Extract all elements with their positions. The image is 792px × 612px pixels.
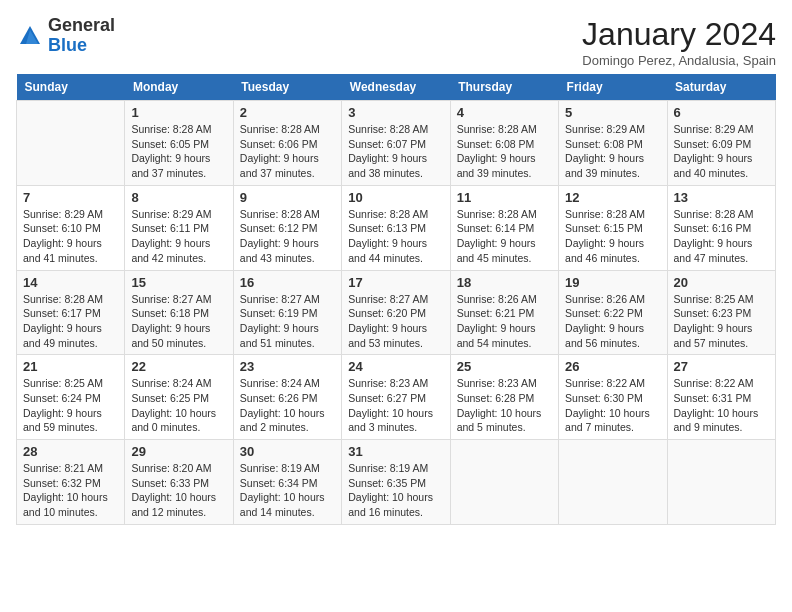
day-number: 27 bbox=[674, 359, 769, 374]
day-info: Sunrise: 8:19 AM Sunset: 6:34 PM Dayligh… bbox=[240, 461, 335, 520]
day-number: 14 bbox=[23, 275, 118, 290]
calendar-day-11: 11Sunrise: 8:28 AM Sunset: 6:14 PM Dayli… bbox=[450, 185, 558, 270]
day-info: Sunrise: 8:29 AM Sunset: 6:11 PM Dayligh… bbox=[131, 207, 226, 266]
day-number: 28 bbox=[23, 444, 118, 459]
day-number: 22 bbox=[131, 359, 226, 374]
header-sunday: Sunday bbox=[17, 74, 125, 101]
calendar-day-6: 6Sunrise: 8:29 AM Sunset: 6:09 PM Daylig… bbox=[667, 101, 775, 186]
calendar-day-16: 16Sunrise: 8:27 AM Sunset: 6:19 PM Dayli… bbox=[233, 270, 341, 355]
calendar-day-29: 29Sunrise: 8:20 AM Sunset: 6:33 PM Dayli… bbox=[125, 440, 233, 525]
calendar-day-26: 26Sunrise: 8:22 AM Sunset: 6:30 PM Dayli… bbox=[559, 355, 667, 440]
header-friday: Friday bbox=[559, 74, 667, 101]
calendar-table: SundayMondayTuesdayWednesdayThursdayFrid… bbox=[16, 74, 776, 525]
calendar-week-row: 28Sunrise: 8:21 AM Sunset: 6:32 PM Dayli… bbox=[17, 440, 776, 525]
day-info: Sunrise: 8:21 AM Sunset: 6:32 PM Dayligh… bbox=[23, 461, 118, 520]
day-number: 19 bbox=[565, 275, 660, 290]
page-header: General Blue January 2024 Domingo Perez,… bbox=[16, 16, 776, 68]
day-number: 5 bbox=[565, 105, 660, 120]
day-info: Sunrise: 8:27 AM Sunset: 6:20 PM Dayligh… bbox=[348, 292, 443, 351]
calendar-day-27: 27Sunrise: 8:22 AM Sunset: 6:31 PM Dayli… bbox=[667, 355, 775, 440]
calendar-day-25: 25Sunrise: 8:23 AM Sunset: 6:28 PM Dayli… bbox=[450, 355, 558, 440]
day-info: Sunrise: 8:28 AM Sunset: 6:12 PM Dayligh… bbox=[240, 207, 335, 266]
calendar-empty bbox=[667, 440, 775, 525]
day-info: Sunrise: 8:25 AM Sunset: 6:24 PM Dayligh… bbox=[23, 376, 118, 435]
day-number: 7 bbox=[23, 190, 118, 205]
day-number: 25 bbox=[457, 359, 552, 374]
day-number: 4 bbox=[457, 105, 552, 120]
day-info: Sunrise: 8:29 AM Sunset: 6:09 PM Dayligh… bbox=[674, 122, 769, 181]
day-info: Sunrise: 8:23 AM Sunset: 6:28 PM Dayligh… bbox=[457, 376, 552, 435]
calendar-week-row: 14Sunrise: 8:28 AM Sunset: 6:17 PM Dayli… bbox=[17, 270, 776, 355]
day-number: 18 bbox=[457, 275, 552, 290]
logo-blue: Blue bbox=[48, 36, 115, 56]
day-number: 16 bbox=[240, 275, 335, 290]
day-number: 17 bbox=[348, 275, 443, 290]
logo-icon bbox=[16, 22, 44, 50]
calendar-week-row: 21Sunrise: 8:25 AM Sunset: 6:24 PM Dayli… bbox=[17, 355, 776, 440]
day-number: 23 bbox=[240, 359, 335, 374]
day-info: Sunrise: 8:22 AM Sunset: 6:31 PM Dayligh… bbox=[674, 376, 769, 435]
day-info: Sunrise: 8:29 AM Sunset: 6:08 PM Dayligh… bbox=[565, 122, 660, 181]
calendar-day-21: 21Sunrise: 8:25 AM Sunset: 6:24 PM Dayli… bbox=[17, 355, 125, 440]
calendar-day-20: 20Sunrise: 8:25 AM Sunset: 6:23 PM Dayli… bbox=[667, 270, 775, 355]
calendar-day-12: 12Sunrise: 8:28 AM Sunset: 6:15 PM Dayli… bbox=[559, 185, 667, 270]
calendar-day-4: 4Sunrise: 8:28 AM Sunset: 6:08 PM Daylig… bbox=[450, 101, 558, 186]
day-info: Sunrise: 8:27 AM Sunset: 6:18 PM Dayligh… bbox=[131, 292, 226, 351]
calendar-empty bbox=[17, 101, 125, 186]
day-number: 26 bbox=[565, 359, 660, 374]
day-number: 30 bbox=[240, 444, 335, 459]
day-info: Sunrise: 8:28 AM Sunset: 6:13 PM Dayligh… bbox=[348, 207, 443, 266]
calendar-day-18: 18Sunrise: 8:26 AM Sunset: 6:21 PM Dayli… bbox=[450, 270, 558, 355]
calendar-day-28: 28Sunrise: 8:21 AM Sunset: 6:32 PM Dayli… bbox=[17, 440, 125, 525]
calendar-day-30: 30Sunrise: 8:19 AM Sunset: 6:34 PM Dayli… bbox=[233, 440, 341, 525]
day-info: Sunrise: 8:28 AM Sunset: 6:17 PM Dayligh… bbox=[23, 292, 118, 351]
calendar-day-1: 1Sunrise: 8:28 AM Sunset: 6:05 PM Daylig… bbox=[125, 101, 233, 186]
calendar-day-23: 23Sunrise: 8:24 AM Sunset: 6:26 PM Dayli… bbox=[233, 355, 341, 440]
day-info: Sunrise: 8:28 AM Sunset: 6:16 PM Dayligh… bbox=[674, 207, 769, 266]
day-number: 2 bbox=[240, 105, 335, 120]
day-number: 12 bbox=[565, 190, 660, 205]
day-number: 10 bbox=[348, 190, 443, 205]
day-info: Sunrise: 8:26 AM Sunset: 6:22 PM Dayligh… bbox=[565, 292, 660, 351]
calendar-week-row: 7Sunrise: 8:29 AM Sunset: 6:10 PM Daylig… bbox=[17, 185, 776, 270]
day-info: Sunrise: 8:28 AM Sunset: 6:05 PM Dayligh… bbox=[131, 122, 226, 181]
month-title: January 2024 bbox=[582, 16, 776, 53]
calendar-day-3: 3Sunrise: 8:28 AM Sunset: 6:07 PM Daylig… bbox=[342, 101, 450, 186]
calendar-empty bbox=[559, 440, 667, 525]
day-number: 31 bbox=[348, 444, 443, 459]
day-info: Sunrise: 8:19 AM Sunset: 6:35 PM Dayligh… bbox=[348, 461, 443, 520]
calendar-empty bbox=[450, 440, 558, 525]
day-number: 13 bbox=[674, 190, 769, 205]
calendar-day-2: 2Sunrise: 8:28 AM Sunset: 6:06 PM Daylig… bbox=[233, 101, 341, 186]
calendar-day-22: 22Sunrise: 8:24 AM Sunset: 6:25 PM Dayli… bbox=[125, 355, 233, 440]
header-thursday: Thursday bbox=[450, 74, 558, 101]
day-number: 21 bbox=[23, 359, 118, 374]
logo-general: General bbox=[48, 16, 115, 36]
day-number: 9 bbox=[240, 190, 335, 205]
calendar-day-19: 19Sunrise: 8:26 AM Sunset: 6:22 PM Dayli… bbox=[559, 270, 667, 355]
calendar-day-8: 8Sunrise: 8:29 AM Sunset: 6:11 PM Daylig… bbox=[125, 185, 233, 270]
calendar-day-24: 24Sunrise: 8:23 AM Sunset: 6:27 PM Dayli… bbox=[342, 355, 450, 440]
calendar-day-15: 15Sunrise: 8:27 AM Sunset: 6:18 PM Dayli… bbox=[125, 270, 233, 355]
day-info: Sunrise: 8:28 AM Sunset: 6:06 PM Dayligh… bbox=[240, 122, 335, 181]
calendar-week-row: 1Sunrise: 8:28 AM Sunset: 6:05 PM Daylig… bbox=[17, 101, 776, 186]
day-number: 24 bbox=[348, 359, 443, 374]
header-tuesday: Tuesday bbox=[233, 74, 341, 101]
calendar-day-17: 17Sunrise: 8:27 AM Sunset: 6:20 PM Dayli… bbox=[342, 270, 450, 355]
day-info: Sunrise: 8:23 AM Sunset: 6:27 PM Dayligh… bbox=[348, 376, 443, 435]
day-number: 6 bbox=[674, 105, 769, 120]
day-number: 1 bbox=[131, 105, 226, 120]
day-info: Sunrise: 8:28 AM Sunset: 6:07 PM Dayligh… bbox=[348, 122, 443, 181]
header-monday: Monday bbox=[125, 74, 233, 101]
title-block: January 2024 Domingo Perez, Andalusia, S… bbox=[582, 16, 776, 68]
day-number: 11 bbox=[457, 190, 552, 205]
header-saturday: Saturday bbox=[667, 74, 775, 101]
day-number: 29 bbox=[131, 444, 226, 459]
calendar-day-7: 7Sunrise: 8:29 AM Sunset: 6:10 PM Daylig… bbox=[17, 185, 125, 270]
day-info: Sunrise: 8:22 AM Sunset: 6:30 PM Dayligh… bbox=[565, 376, 660, 435]
day-info: Sunrise: 8:28 AM Sunset: 6:15 PM Dayligh… bbox=[565, 207, 660, 266]
day-number: 8 bbox=[131, 190, 226, 205]
calendar-day-10: 10Sunrise: 8:28 AM Sunset: 6:13 PM Dayli… bbox=[342, 185, 450, 270]
logo: General Blue bbox=[16, 16, 115, 56]
day-info: Sunrise: 8:28 AM Sunset: 6:08 PM Dayligh… bbox=[457, 122, 552, 181]
